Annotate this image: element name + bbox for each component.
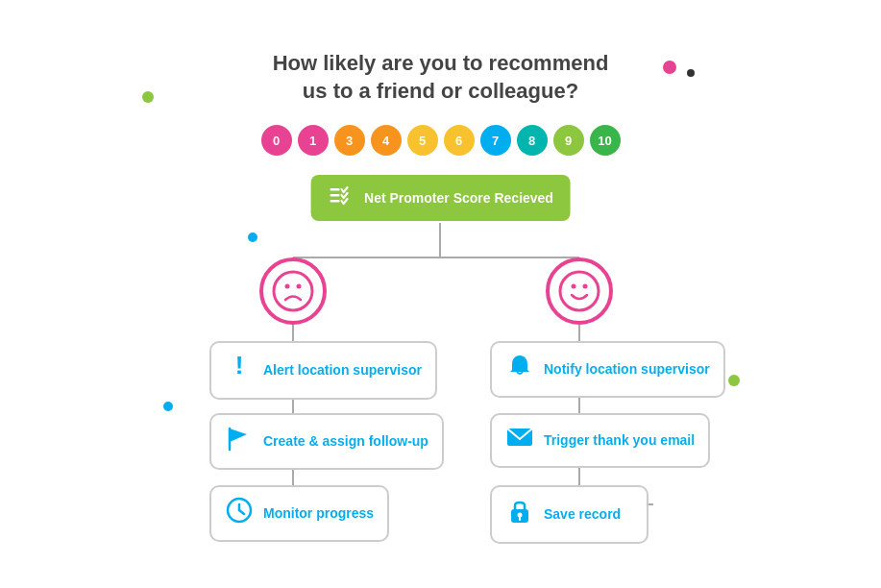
svg-point-19 bbox=[274, 272, 312, 310]
decorative-dot bbox=[663, 61, 676, 74]
create-assign-box: Create & assign follow-up bbox=[209, 413, 444, 470]
decorative-dot bbox=[163, 402, 173, 411]
notify-location-box: Notify location supervisor bbox=[490, 341, 725, 398]
nps-bubble-5: 5 bbox=[407, 125, 438, 156]
nps-scale: 01345678910 bbox=[261, 125, 621, 156]
monitor-progress-label: Monitor progress bbox=[263, 504, 374, 522]
svg-rect-18 bbox=[330, 200, 339, 203]
nps-bubble-9: 9 bbox=[553, 125, 584, 156]
svg-point-21 bbox=[297, 284, 302, 289]
nps-bubble-7: 7 bbox=[480, 125, 511, 156]
bell-icon bbox=[505, 353, 534, 386]
clock-icon bbox=[225, 497, 254, 530]
create-assign-label: Create & assign follow-up bbox=[263, 432, 428, 450]
save-record-label: Save record bbox=[544, 505, 621, 523]
nps-bubble-3: 3 bbox=[334, 125, 365, 156]
envelope-icon bbox=[505, 425, 534, 456]
nps-bubble-10: 10 bbox=[590, 125, 621, 156]
lock-icon bbox=[505, 497, 534, 532]
alert-location-box: ! Alert location supervisor bbox=[209, 341, 437, 400]
nps-box-label: Net Promoter Score Recieved bbox=[364, 189, 553, 207]
svg-marker-26 bbox=[230, 429, 247, 442]
svg-line-30 bbox=[239, 510, 244, 514]
monitor-progress-box: Monitor progress bbox=[209, 485, 389, 542]
main-canvas: How likely are you to recommend us to a … bbox=[0, 0, 881, 588]
nps-bubble-4: 4 bbox=[371, 125, 402, 156]
notify-location-label: Notify location supervisor bbox=[544, 360, 710, 378]
flag-icon bbox=[225, 425, 254, 458]
page-title: How likely are you to recommend us to a … bbox=[258, 50, 624, 105]
decorative-dot bbox=[728, 375, 740, 386]
nps-bubble-8: 8 bbox=[517, 125, 548, 156]
decorative-dot bbox=[142, 91, 154, 103]
checklist-icon bbox=[328, 184, 355, 211]
nps-bubble-1: 1 bbox=[298, 125, 329, 156]
decorative-dot bbox=[687, 69, 695, 77]
svg-point-23 bbox=[572, 284, 576, 289]
save-record-box: Save record bbox=[490, 485, 649, 544]
nps-bubble-6: 6 bbox=[444, 125, 475, 156]
svg-text:!: ! bbox=[235, 353, 244, 380]
sad-face-indicator bbox=[259, 257, 327, 325]
svg-point-22 bbox=[560, 272, 599, 310]
trigger-email-box: Trigger thank you email bbox=[490, 413, 710, 468]
svg-point-20 bbox=[285, 284, 290, 289]
exclamation-icon: ! bbox=[225, 353, 254, 388]
svg-rect-16 bbox=[330, 188, 339, 191]
nps-score-box: Net Promoter Score Recieved bbox=[310, 175, 571, 221]
svg-rect-17 bbox=[330, 194, 339, 197]
alert-location-label: Alert location supervisor bbox=[263, 361, 422, 379]
svg-point-24 bbox=[583, 284, 588, 289]
trigger-email-label: Trigger thank you email bbox=[544, 431, 695, 449]
happy-face-indicator bbox=[546, 257, 613, 325]
decorative-dot bbox=[248, 233, 257, 242]
nps-bubble-0: 0 bbox=[261, 125, 292, 156]
